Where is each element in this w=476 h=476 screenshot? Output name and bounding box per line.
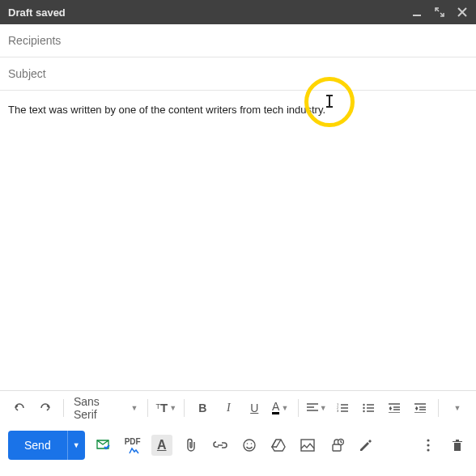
insert-emoji-icon[interactable] — [239, 435, 260, 456]
italic-button[interactable]: I — [217, 397, 240, 419]
svg-rect-11 — [333, 444, 341, 451]
svg-point-15 — [427, 448, 429, 451]
redo-icon[interactable] — [34, 397, 57, 419]
discard-draft-icon[interactable] — [447, 435, 468, 456]
separator — [298, 399, 299, 417]
header-title: Draft saved — [8, 6, 411, 19]
recipients-placeholder: Recipients — [8, 34, 61, 47]
text-color-button[interactable]: A▼ — [269, 397, 291, 419]
fullscreen-icon[interactable] — [434, 6, 445, 18]
svg-rect-10 — [301, 440, 314, 451]
bottom-bar: Send ▼ PDF A — [0, 424, 476, 466]
confidential-mode-icon[interactable] — [326, 435, 347, 456]
header-controls — [411, 6, 468, 18]
align-button[interactable]: ▼ — [305, 397, 328, 419]
chevron-down-icon: ▼ — [320, 404, 327, 412]
send-receipt-icon[interactable] — [93, 435, 114, 456]
svg-point-4 — [363, 403, 364, 405]
compose-header: Draft saved — [0, 0, 476, 24]
svg-rect-0 — [413, 15, 421, 16]
separator — [147, 399, 148, 417]
body-text: The text was written by one of the conte… — [8, 104, 325, 116]
svg-point-14 — [427, 444, 429, 446]
chevron-down-icon: ▼ — [454, 404, 461, 412]
insert-photo-icon[interactable] — [297, 435, 318, 456]
svg-point-8 — [246, 443, 248, 444]
send-options-button[interactable]: ▼ — [67, 431, 85, 460]
pdf-attach-icon[interactable]: PDF — [122, 433, 143, 457]
insert-signature-icon[interactable] — [355, 435, 376, 456]
separator — [63, 399, 64, 417]
font-size-button[interactable]: TT▼ — [155, 397, 177, 419]
font-family-label: Sans Serif — [74, 395, 126, 421]
font-family-select[interactable]: Sans Serif ▼ — [70, 395, 141, 421]
svg-point-13 — [427, 439, 429, 441]
insert-drive-icon[interactable] — [268, 435, 289, 456]
minimize-icon[interactable] — [411, 6, 423, 18]
svg-point-9 — [250, 443, 252, 444]
text-format-icon[interactable]: A — [151, 435, 172, 456]
separator — [184, 399, 185, 417]
chevron-down-icon: ▼ — [169, 404, 176, 412]
svg-point-7 — [244, 440, 255, 451]
chevron-down-icon: ▼ — [281, 404, 288, 412]
more-options-icon[interactable] — [418, 435, 439, 456]
svg-point-6 — [363, 410, 364, 411]
separator — [438, 399, 439, 417]
attach-file-icon[interactable] — [181, 435, 202, 456]
close-icon[interactable] — [457, 6, 468, 18]
recipients-field[interactable]: Recipients — [0, 24, 476, 57]
indent-less-button[interactable] — [383, 397, 406, 419]
bold-button[interactable]: B — [191, 397, 214, 419]
undo-icon[interactable] — [8, 397, 31, 419]
pdf-label: PDF — [125, 437, 141, 446]
subject-placeholder: Subject — [8, 67, 46, 80]
numbered-list-button[interactable]: 123 — [331, 397, 354, 419]
svg-text:3: 3 — [337, 409, 339, 413]
message-body[interactable]: The text was written by one of the conte… — [0, 91, 476, 390]
chevron-down-icon: ▼ — [130, 404, 138, 412]
underline-button[interactable]: U — [243, 397, 266, 419]
more-format-button[interactable]: ▼ — [445, 397, 468, 419]
send-button[interactable]: Send — [8, 431, 67, 460]
insert-link-icon[interactable] — [210, 435, 231, 456]
indent-more-button[interactable] — [409, 397, 431, 419]
send-group: Send ▼ — [8, 431, 85, 460]
svg-point-5 — [363, 406, 364, 408]
bulleted-list-button[interactable] — [357, 397, 380, 419]
subject-field[interactable]: Subject — [0, 57, 476, 91]
formatting-toolbar: Sans Serif ▼ TT▼ B I U A▼ ▼ 123 ▼ — [0, 390, 476, 424]
